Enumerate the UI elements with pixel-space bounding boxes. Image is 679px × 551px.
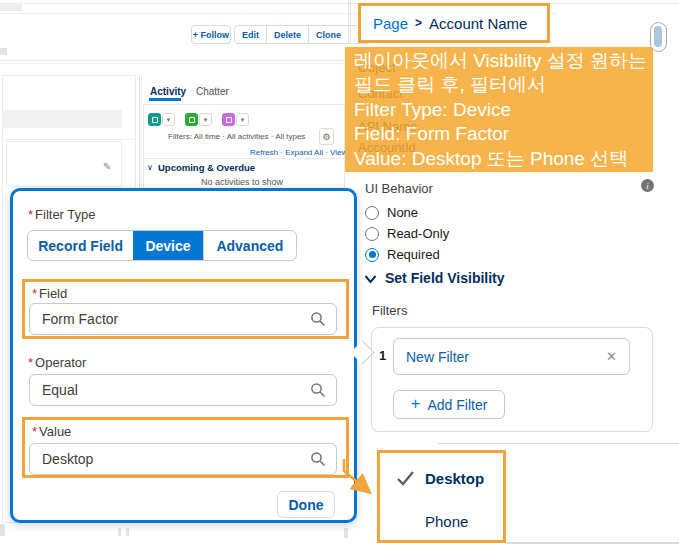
required-asterisk: * [32, 424, 37, 439]
radio-required[interactable]: Required [365, 247, 440, 262]
delete-button[interactable]: Delete [267, 26, 309, 43]
filter-type-label: *Filter Type [28, 207, 96, 222]
expand-all-link[interactable]: Expand All [285, 148, 323, 157]
annotation-note: Object Contact API Name AccountId 레이아웃에서… [345, 47, 653, 172]
new-task-caret-icon[interactable]: ▼ [199, 113, 212, 126]
breadcrumb-separator: > [415, 16, 422, 30]
annotation-line: 레이아웃에서 Visibility 설정 원하는 [345, 49, 653, 73]
new-event-caret-icon[interactable]: ▼ [236, 113, 249, 126]
radio-icon [365, 206, 379, 220]
segment-record-field[interactable]: Record Field [28, 231, 133, 260]
search-icon [310, 311, 326, 327]
tab-activity[interactable]: Activity [150, 86, 186, 97]
field-label: *Field [32, 286, 67, 301]
bg-fragment [0, 4, 22, 11]
ui-behavior-label: UI Behavior [365, 181, 433, 196]
dropdown-option-desktop[interactable]: Desktop [425, 470, 484, 487]
chevron-down-icon[interactable] [364, 274, 377, 284]
scrollbar [650, 22, 667, 52]
canvas-edge [350, 0, 351, 44]
required-asterisk: * [28, 207, 33, 222]
plus-icon: + [411, 395, 421, 412]
activity-divider [143, 158, 345, 159]
upcoming-overdue-header[interactable]: Upcoming & Overdue [158, 162, 255, 173]
breadcrumb-page-link[interactable]: Page [373, 15, 408, 32]
done-button[interactable]: Done [277, 491, 335, 518]
bg-fragment [126, 528, 129, 536]
set-field-visibility-header[interactable]: Set Field Visibility [385, 270, 505, 286]
value-label: *Value [32, 424, 71, 439]
filter-popup: *Filter Type Record Field Device Advance… [10, 188, 357, 523]
new-event-icon[interactable] [222, 113, 235, 126]
bg-fragment [0, 48, 7, 55]
operator-input[interactable]: Equal [29, 374, 337, 406]
filter-row-index: 1 [379, 348, 386, 363]
segment-device[interactable]: Device [133, 231, 202, 260]
dropdown-option-phone[interactable]: Phone [425, 513, 468, 530]
value-input[interactable]: Desktop [29, 443, 337, 475]
log-call-caret-icon[interactable]: ▼ [162, 113, 175, 126]
field-input[interactable]: Form Factor [29, 303, 337, 335]
breadcrumb: Page > Account Name [358, 3, 550, 43]
chevron-down-icon[interactable]: ∨ [147, 163, 153, 172]
new-task-icon[interactable] [185, 113, 198, 126]
details-divider [3, 139, 136, 140]
required-asterisk: * [28, 355, 33, 370]
filters-label: Filters [372, 303, 407, 318]
new-filter-label: New Filter [406, 349, 469, 365]
log-call-icon[interactable] [148, 113, 161, 126]
top-divider [0, 3, 679, 4]
new-filter-item[interactable]: New Filter ✕ [393, 338, 630, 375]
add-filter-button[interactable]: + Add Filter [393, 390, 505, 419]
scrollbar-thumb[interactable] [654, 26, 662, 47]
bg-fragment [344, 528, 348, 538]
edit-button[interactable]: Edit [235, 26, 267, 43]
radio-read-only[interactable]: Read-Only [365, 226, 449, 241]
radio-selected-icon [365, 248, 379, 262]
details-section-header [3, 110, 122, 128]
activity-filters-summary: Filters: All time · All activities · All… [168, 132, 305, 141]
section-divider [0, 63, 352, 64]
segment-advanced[interactable]: Advanced [203, 231, 296, 260]
bg-fragment [118, 528, 121, 536]
bg-fragment [0, 524, 5, 536]
tab-chatter[interactable]: Chatter [196, 86, 229, 97]
refresh-link[interactable]: Refresh [250, 148, 278, 157]
breadcrumb-current: Account Name [429, 15, 527, 32]
edit-pencil-icon[interactable]: ✎ [103, 161, 111, 172]
clone-button[interactable]: Clone [309, 26, 349, 43]
screenshot-stage: + Follow Edit Delete Clone ▼ ✎ Activity … [0, 0, 679, 551]
required-asterisk: * [32, 286, 37, 301]
canvas-edge [348, 0, 349, 44]
filter-type-segmented-control: Record Field Device Advanced [27, 230, 297, 261]
annotation-line: Field: Form Factor [345, 122, 653, 146]
info-icon[interactable]: i [641, 179, 654, 192]
search-icon [310, 382, 326, 398]
search-icon [310, 451, 326, 467]
device-value-dropdown: Desktop Phone [377, 450, 506, 543]
gear-icon[interactable]: ⚙ [319, 128, 334, 145]
bottom-divider [506, 542, 679, 544]
annotation-line: Value: Desktop 또는 Phone 선택 [345, 147, 653, 171]
active-tab-underline [149, 98, 181, 101]
annotation-line: 필드 클릭 후, 필터에서 [345, 73, 653, 97]
section-divider [0, 60, 352, 61]
operator-label: *Operator [28, 355, 86, 370]
no-activities-text: No activities to show [201, 177, 283, 187]
check-icon [396, 470, 415, 486]
follow-label: + Follow [193, 30, 229, 40]
close-icon[interactable]: ✕ [606, 349, 617, 364]
activity-links[interactable]: Refresh · Expand All · View All [250, 148, 358, 157]
follow-button[interactable]: + Follow [191, 25, 231, 44]
annotation-line: Filter Type: Device [345, 98, 653, 122]
radio-none[interactable]: None [365, 205, 418, 220]
panel-divider [437, 443, 679, 444]
radio-icon [365, 227, 379, 241]
